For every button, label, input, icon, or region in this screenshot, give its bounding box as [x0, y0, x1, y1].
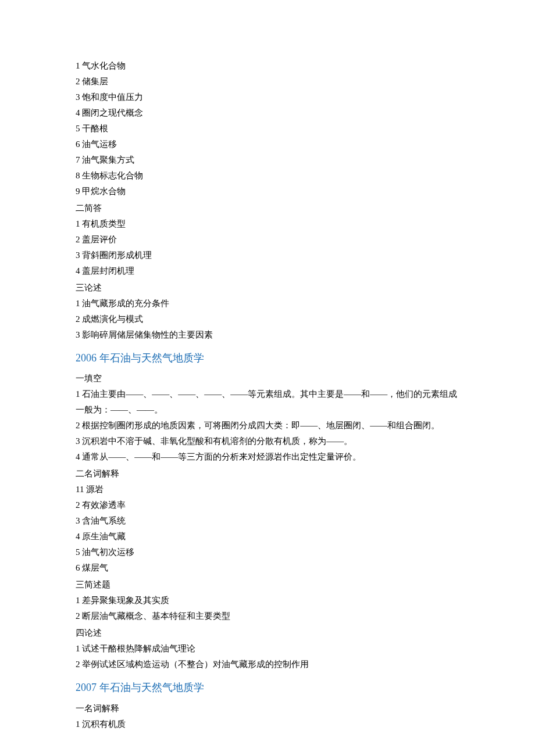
list-item: 11 源岩	[76, 482, 459, 497]
heading-2007: 2007 年石油与天然气地质学	[76, 678, 459, 697]
list-item: 1 有机质类型	[76, 216, 459, 232]
document-page: 1 气水化合物 2 储集层 3 饱和度中值压力 4 圈闭之现代概念 5 干酪根 …	[0, 0, 535, 756]
subheading: 二简答	[76, 200, 459, 216]
list-item: 6 油气运移	[76, 137, 459, 152]
subheading: 三简述题	[76, 577, 459, 593]
list-item: 5 干酪根	[76, 121, 459, 137]
list-item: 3 背斜圈闭形成机理	[76, 248, 459, 263]
list-item: 2 盖层评价	[76, 232, 459, 248]
list-item: 7 油气聚集方式	[76, 152, 459, 168]
list-item: 3 影响碎屑储层储集物性的主要因素	[76, 327, 459, 343]
subheading: 三论述	[76, 280, 459, 296]
list-item: 2 根据控制圈闭形成的地质因素，可将圈闭分成四大类：即——、地层圈闭、——和组合…	[76, 418, 459, 433]
block-3: 一名词解释 1 沉积有机质	[76, 701, 459, 732]
list-item: 8 生物标志化合物	[76, 168, 459, 184]
list-item: 1 试述干酪根热降解成油气理论	[76, 641, 459, 657]
subheading: 一名词解释	[76, 701, 459, 716]
list-item: 3 沉积岩中不溶于碱、非氧化型酸和有机溶剂的分散有机质，称为——。	[76, 433, 459, 449]
list-item: 1 差异聚集现象及其实质	[76, 593, 459, 608]
subheading: 四论述	[76, 625, 459, 641]
list-item: 5 油气初次运移	[76, 544, 459, 560]
list-item: 1 沉积有机质	[76, 716, 459, 732]
list-item: 4 盖层封闭机理	[76, 263, 459, 279]
list-item: 4 圈闭之现代概念	[76, 105, 459, 121]
list-item: 9 甲烷水合物	[76, 184, 459, 199]
list-item: 4 原生油气藏	[76, 529, 459, 544]
list-item: 4 通常从——、——和——等三方面的分析来对烃源岩作出定性定量评价。	[76, 449, 459, 465]
block-2: 一填空 1 石油主要由——、——、——、——、——等元素组成。其中主要是——和—…	[76, 371, 459, 672]
subheading: 一填空	[76, 371, 459, 386]
list-item: 2 成燃演化与模式	[76, 311, 459, 327]
list-item: 3 饱和度中值压力	[76, 89, 459, 105]
list-item: 2 举例试述区域构造运动（不整合）对油气藏形成的控制作用	[76, 657, 459, 672]
list-item: 1 油气藏形成的充分条件	[76, 296, 459, 311]
list-item: 1 石油主要由——、——、——、——、——等元素组成。其中主要是——和——，他们…	[76, 386, 459, 418]
list-item: 2 有效渗透率	[76, 497, 459, 513]
list-item: 1 气水化合物	[76, 58, 459, 74]
list-item: 2 储集层	[76, 74, 459, 89]
list-item: 2 断层油气藏概念、基本特征和主要类型	[76, 608, 459, 624]
list-item: 6 煤层气	[76, 560, 459, 576]
list-item: 3 含油气系统	[76, 513, 459, 529]
block-1: 1 气水化合物 2 储集层 3 饱和度中值压力 4 圈闭之现代概念 5 干酪根 …	[76, 58, 459, 343]
heading-2006: 2006 年石油与天然气地质学	[76, 349, 459, 367]
subheading: 二名词解释	[76, 466, 459, 482]
